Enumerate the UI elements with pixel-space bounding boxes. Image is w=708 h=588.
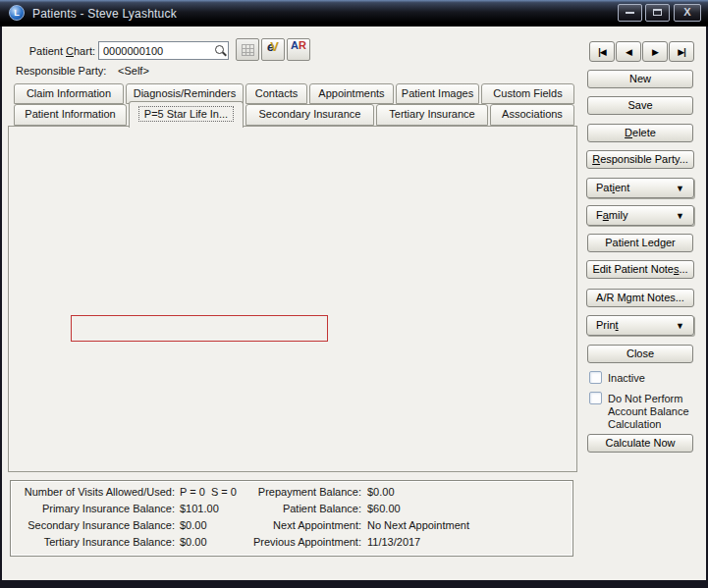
summary-label: Patient Balance: [226, 503, 361, 514]
summary-label: Secondary Insurance Balance: [16, 519, 175, 531]
nav-previous-button[interactable]: ◀ [616, 41, 641, 62]
summary-value: 11/13/2017 [367, 536, 420, 548]
chevron-down-icon: ▼ [676, 316, 684, 335]
summary-value: $0.00 [180, 519, 207, 531]
summary-label: Prepayment Balance: [226, 486, 361, 498]
app-icon: L [9, 5, 25, 21]
appointment-grid-button[interactable] [236, 38, 259, 61]
summary-value: $0.00 [180, 536, 207, 548]
chevron-down-icon: ▼ [676, 179, 684, 197]
summary-value: No Next Appointment [367, 519, 469, 531]
close-button[interactable]: Close [587, 345, 693, 363]
do-not-perform-label: Account Balance [608, 405, 689, 417]
delete-button[interactable]: Delete [587, 124, 693, 142]
tab-custom-fields[interactable]: Custom Fields [481, 83, 574, 104]
legacy-medicare-highlight [71, 315, 328, 342]
responsible-party-label: Responsible Party: [16, 65, 106, 77]
tab-secondary-insurance[interactable]: Secondary Insurance [245, 104, 374, 126]
tab-patient-information[interactable]: Patient Information [14, 104, 127, 126]
summary-label: Previous Appointment: [226, 536, 361, 548]
patient-menu-button[interactable]: Patient▼ [586, 178, 694, 198]
new-button[interactable]: New [587, 70, 693, 88]
maximize-icon[interactable] [645, 4, 670, 22]
grid-icon [242, 44, 254, 56]
summary-value: $0.00 [367, 486, 395, 498]
do-not-perform-label: Calculation [608, 418, 661, 430]
save-button[interactable]: Save [587, 96, 693, 115]
tab-patient-images[interactable]: Patient Images [396, 83, 479, 104]
patient-ledger-button[interactable]: Patient Ledger [587, 234, 693, 252]
accounts-receivable-button[interactable]: AR [287, 38, 310, 61]
tab-contacts[interactable]: Contacts [245, 83, 307, 104]
summary-value: $60.00 [367, 503, 401, 514]
summary-value: $101.00 [180, 503, 219, 514]
edit-patient-notes-button[interactable]: Edit Patient Notes... [586, 260, 694, 279]
inactive-checkbox[interactable] [589, 371, 602, 384]
minimize-icon[interactable] [618, 4, 642, 22]
ar-mgmt-notes-button[interactable]: A/R Mgmt Notes... [586, 289, 694, 307]
patient-chart-label: Patient Chart: [27, 45, 95, 57]
title-bar: L Patients - Steve Lyashtuck X [0, 0, 708, 27]
window-border-bottom [0, 580, 708, 588]
nav-next-button[interactable]: ▶ [642, 41, 668, 62]
responsible-party-value: <Self> [118, 65, 149, 77]
patient-chart-input[interactable] [98, 41, 229, 60]
ar-icon: A [291, 39, 299, 51]
print-menu-button[interactable]: Print▼ [586, 315, 694, 336]
do-not-perform-checkbox[interactable] [589, 392, 602, 404]
window-title: Patients - Steve Lyashtuck [32, 7, 177, 21]
eligibility-verification-button[interactable]: eV [261, 38, 285, 61]
family-menu-button[interactable]: Family▼ [586, 205, 694, 226]
responsible-party-button[interactable]: Responsible Party... [586, 150, 694, 169]
close-icon[interactable]: X [674, 4, 701, 22]
tab-associations[interactable]: Associations [490, 104, 574, 126]
search-icon[interactable] [215, 45, 224, 54]
tab-content-panel [8, 126, 577, 472]
inactive-label: Inactive [608, 372, 645, 384]
do-not-perform-label: Do Not Perform [608, 393, 682, 404]
window-border-left [0, 27, 2, 580]
tab-primary-insurance-active[interactable]: P=5 Star Life In... [129, 101, 244, 128]
summary-label: Number of Visits Allowed/Used: [16, 486, 175, 498]
summary-label: Primary Insurance Balance: [16, 503, 175, 514]
nav-first-button[interactable]: |◀ [589, 41, 615, 62]
summary-label: Tertiary Insurance Balance: [16, 536, 175, 548]
tab-claim-information[interactable]: Claim Information [14, 83, 124, 104]
tab-appointments[interactable]: Appointments [309, 83, 394, 104]
tab-tertiary-insurance[interactable]: Tertiary Insurance [376, 104, 488, 126]
nav-last-button[interactable]: ▶| [669, 41, 694, 62]
calculate-now-button[interactable]: Calculate Now [587, 434, 693, 453]
summary-label: Next Appointment: [226, 519, 361, 531]
chevron-down-icon: ▼ [676, 206, 684, 225]
